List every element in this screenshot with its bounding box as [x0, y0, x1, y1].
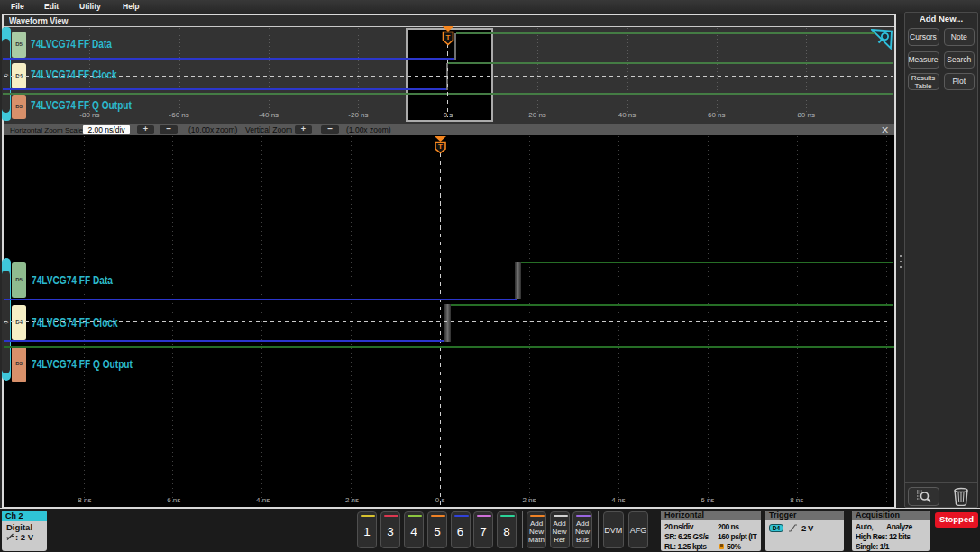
svg-text:T: T	[446, 33, 451, 41]
svg-text:T: T	[438, 143, 443, 151]
